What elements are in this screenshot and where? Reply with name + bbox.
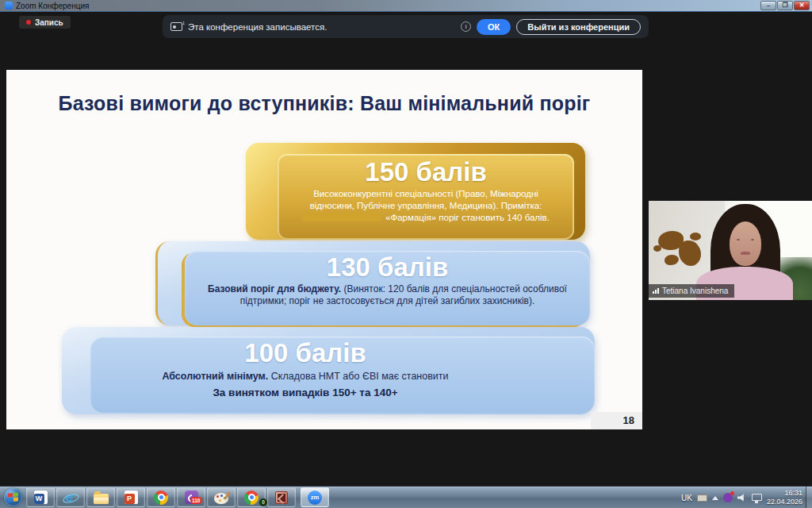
taskbar-item-file-explorer[interactable]	[86, 487, 115, 507]
show-desktop-button[interactable]	[806, 487, 812, 508]
volume-icon[interactable]	[737, 494, 747, 502]
network-icon[interactable]	[752, 494, 762, 501]
tier-100-description: Абсолютний мінімум. Складова НМТ або ЄВІ…	[119, 371, 492, 383]
participant-video-tile[interactable]: Tetiana Ivanishena	[649, 201, 812, 300]
system-tray: UK 16:31 22.04.2026	[681, 487, 802, 508]
start-button[interactable]	[4, 488, 22, 506]
taskbar: W e P 110 0	[0, 486, 812, 508]
notification-bar: Эта конференция записывается. i ОК Выйти…	[163, 15, 649, 38]
taskbar-item-chrome-profile[interactable]: 0	[237, 487, 266, 507]
tier-130-panel: 130 балів Базовий поріг для бюджету. (Ви…	[185, 251, 590, 325]
chrome-profile-icon	[244, 491, 259, 505]
redacted-text-block	[302, 213, 381, 221]
taskbar-item-internet-explorer[interactable]: e	[56, 487, 85, 507]
tier-150-score: 150 балів	[278, 157, 574, 187]
zoom-app-icon	[5, 2, 13, 10]
chrome-profile-badge: 0	[259, 498, 267, 506]
language-indicator[interactable]: UK	[681, 494, 692, 502]
paint-icon	[214, 493, 228, 504]
tier-150-description: Висококонкурентні спеціальності (Право, …	[278, 188, 574, 225]
tier-130-description: Базовий поріг для бюджету. (Виняток: 120…	[193, 283, 582, 307]
close-button[interactable]: ✕	[794, 1, 810, 10]
powerpoint-icon: P	[124, 491, 138, 504]
page-number: 18	[591, 412, 642, 429]
desktop-screen: Zoom Конференция – ❐ ✕ Запись Эта конфер…	[0, 0, 812, 508]
folder-icon	[94, 494, 109, 504]
window-controls: – ❐ ✕	[760, 1, 810, 10]
viber-icon: 110	[185, 491, 198, 504]
media-app-icon	[275, 491, 288, 504]
viber-tray-icon[interactable]	[723, 493, 733, 502]
minimize-button[interactable]: –	[760, 1, 776, 10]
slide-title: Базові вимоги до вступників: Ваш мінімал…	[6, 92, 642, 115]
recording-dot-icon	[26, 20, 31, 25]
hidden-icons-arrow[interactable]	[712, 496, 718, 500]
participant-name-tag: Tetiana Ivanishena	[649, 284, 734, 298]
tray-time: 16:31	[767, 489, 802, 498]
signal-bars-icon	[653, 288, 659, 294]
notification-text: Эта конференция записывается.	[188, 22, 327, 32]
word-icon: W	[34, 491, 48, 504]
ok-button[interactable]: ОК	[477, 19, 511, 35]
tier-100-note: За винятком випадків 150+ та 140+	[119, 387, 492, 398]
tier-130-score: 130 балів	[185, 252, 590, 283]
taskbar-item-chrome[interactable]	[147, 487, 175, 507]
window-title: Zoom Конференция	[16, 0, 89, 12]
windows-flag-icon	[8, 492, 18, 502]
tier-100-panel: 100 балів Абсолютний мінімум. Складова Н…	[90, 337, 595, 413]
window-titlebar: Zoom Конференция – ❐ ✕	[0, 0, 812, 12]
taskbar-buttons: W e P 110 0	[26, 487, 329, 507]
tray-clock[interactable]: 16:31 22.04.2026	[767, 489, 802, 507]
presentation-slide: Базові вимоги до вступників: Ваш мінімал…	[6, 70, 642, 429]
person-face	[730, 221, 761, 266]
taskbar-item-viber[interactable]: 110	[177, 487, 205, 507]
recording-camera-icon	[170, 22, 182, 31]
taskbar-item-powerpoint[interactable]: P	[117, 487, 145, 507]
chrome-icon	[154, 491, 168, 505]
taskbar-item-paint[interactable]	[207, 487, 236, 507]
restore-button[interactable]: ❐	[777, 1, 793, 10]
recording-label: Запись	[35, 18, 63, 27]
tray-date: 22.04.2026	[767, 498, 802, 506]
zoom-meeting-area: Запись Эта конференция записывается. i О…	[0, 13, 812, 486]
taskbar-item-zoom[interactable]: zm	[301, 487, 329, 507]
tier-100-score: 100 балів	[103, 338, 508, 368]
keyboard-icon[interactable]	[697, 495, 707, 502]
internet-explorer-icon: e	[63, 490, 79, 506]
info-icon[interactable]: i	[461, 21, 471, 32]
zoom-icon: zm	[308, 491, 322, 505]
taskbar-item-media-app[interactable]	[267, 487, 296, 507]
recording-badge[interactable]: Запись	[19, 16, 71, 29]
viber-badge: 110	[190, 497, 202, 504]
taskbar-item-word[interactable]: W	[26, 487, 55, 507]
participant-name: Tetiana Ivanishena	[662, 287, 728, 295]
leave-meeting-button[interactable]: Выйти из конференции	[516, 19, 641, 35]
tier-150-panel: 150 балів Висококонкурентні спеціальност…	[278, 154, 574, 240]
